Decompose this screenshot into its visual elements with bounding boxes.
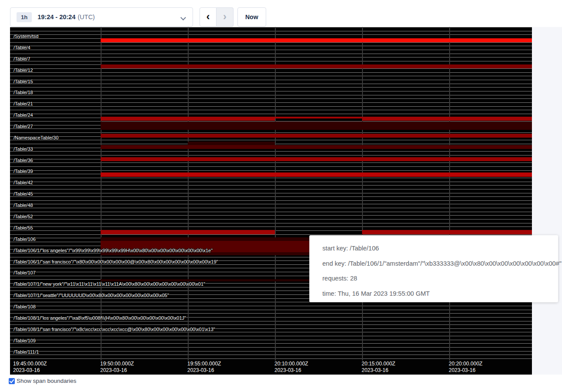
span-boundary-line <box>10 196 532 197</box>
span-boundary-line <box>10 185 532 186</box>
span-key-label: /Table/48 <box>14 203 33 208</box>
heat-band <box>362 117 532 121</box>
chevron-right-icon: › <box>223 11 227 22</box>
time-bucket-gridline <box>449 27 450 361</box>
span-boundary-line <box>10 102 532 103</box>
span-boundary-line <box>10 340 532 340</box>
span-boundary-line <box>10 61 532 61</box>
tooltip-line: time: Thu, 16 Mar 2023 19:55:00 GMT <box>322 286 554 301</box>
span-key-label: /Table/7 <box>14 56 30 61</box>
span-key-label: /Table/109 <box>14 338 36 343</box>
span-boundary-line <box>10 170 532 171</box>
key-visualizer-heatmap[interactable]: /System/tsd/Table/4/Table/7/Table/12/Tab… <box>10 27 532 375</box>
heat-band <box>101 38 532 42</box>
span-boundary-line <box>10 84 532 84</box>
span-key-label: /Table/4 <box>14 45 30 50</box>
span-key-label: /Table/52 <box>14 214 33 219</box>
span-boundary-line <box>10 347 532 348</box>
span-boundary-line <box>10 332 532 332</box>
time-axis-label: 20:15:00.000Z 2023-03-16 <box>362 361 395 374</box>
time-axis-label: 20:10:00.000Z 2023-03-16 <box>274 361 308 374</box>
heat-band <box>101 134 532 138</box>
span-boundary-line <box>10 321 532 321</box>
span-key-label: /Table/33 <box>14 146 33 152</box>
heat-band <box>188 142 275 145</box>
span-boundary-line <box>10 182 532 182</box>
span-boundary-line <box>10 155 532 155</box>
next-range-button[interactable]: › <box>217 7 234 27</box>
span-boundary-line <box>10 68 532 69</box>
span-key-label: /Table/108 <box>14 304 36 309</box>
span-key-label: /Table/27 <box>14 124 33 129</box>
time-bucket-gridline <box>188 27 189 361</box>
chevron-left-icon: ‹ <box>207 11 210 22</box>
heat-band <box>101 117 275 121</box>
span-boundary-line <box>10 193 532 193</box>
time-axis-label: 19:45:00.000Z 2023-03-16 <box>13 361 47 374</box>
span-boundary-line <box>10 351 532 351</box>
span-boundary-line <box>10 34 532 35</box>
time-axis-label: 19:50:00.000Z 2023-03-16 <box>100 361 134 374</box>
span-boundary-line <box>10 140 532 140</box>
span-boundary-line <box>10 358 532 359</box>
heat-band <box>101 157 532 161</box>
range-duration-badge: 1h <box>17 12 32 22</box>
span-boundary-line <box>10 166 532 167</box>
span-key-label: /Table/106 <box>14 237 36 242</box>
span-boundary-line <box>10 57 532 57</box>
show-span-boundaries-label: Show span boundaries <box>17 378 76 384</box>
heat-band <box>362 230 532 234</box>
span-boundary-line <box>10 310 532 310</box>
span-boundary-line <box>10 54 532 54</box>
span-boundary-line <box>10 324 532 325</box>
span-boundary-line <box>10 110 532 110</box>
span-boundary-line <box>10 76 532 76</box>
heat-band <box>101 64 532 68</box>
span-key-label: /Table/108/1/"los angeles"/"\xa8\xf5\u00… <box>14 315 186 321</box>
span-key-label: /Table/12 <box>14 68 33 73</box>
tooltip-line: start key: /Table/106 <box>322 241 554 256</box>
span-boundary-line <box>10 219 532 220</box>
time-bucket-gridline <box>101 27 102 361</box>
span-boundary-line <box>10 212 532 212</box>
span-key-label: /Table/55 <box>14 225 33 230</box>
time-nav-group: ‹ › <box>200 7 234 27</box>
span-boundary-line <box>10 162 532 163</box>
range-timezone-label: (UTC) <box>78 14 95 20</box>
bucket-tooltip: start key: /Table/106end key: /Table/106… <box>309 235 558 302</box>
span-key-label: /Table/24 <box>14 112 33 118</box>
span-key-label: /Table/15 <box>14 79 33 84</box>
span-key-label: /Table/39 <box>14 169 33 174</box>
span-key-label: /Table/18 <box>14 90 33 95</box>
key-visualizer-page: 1h 19:24 - 20:24 (UTC) ‹ › Now /System/t… <box>0 0 562 392</box>
span-boundary-line <box>10 215 532 216</box>
show-span-boundaries-checkbox[interactable] <box>9 378 15 384</box>
span-key-label: /Table/36 <box>14 158 33 163</box>
span-key-label: /Table/106/1/"los angeles"/"\x99\x99\x99… <box>14 248 213 253</box>
tooltip-line: end key: /Table/106/1/"amsterdam"/"\xb33… <box>322 256 554 271</box>
heat-band <box>101 122 532 130</box>
span-key-label: /NamespaceTable/30 <box>14 135 58 140</box>
heat-band <box>101 230 275 234</box>
time-range-selector[interactable]: 1h 19:24 - 20:24 (UTC) <box>10 7 193 27</box>
span-boundary-line <box>10 91 532 91</box>
span-boundary-line <box>10 46 532 46</box>
span-boundary-line <box>10 106 532 107</box>
span-boundary-line <box>10 226 532 227</box>
span-key-label: /Table/42 <box>14 180 33 185</box>
span-boundary-line <box>10 234 532 235</box>
span-boundary-line <box>10 95 532 95</box>
now-button[interactable]: Now <box>237 7 266 27</box>
span-boundary-line <box>10 114 532 114</box>
tooltip-line: requests: 28 <box>322 271 554 286</box>
span-boundary-line <box>10 27 532 27</box>
span-boundary-line <box>10 336 532 336</box>
span-key-label: /System/tsd <box>14 34 38 39</box>
span-key-label: /Table/21 <box>14 101 33 106</box>
span-boundary-line <box>10 355 532 355</box>
span-boundary-line <box>10 178 532 178</box>
span-key-label: /Table/111/1 <box>14 349 39 355</box>
span-key-label: /Table/107/1/"new york"/"\x11\x11\x11\x1… <box>14 281 205 287</box>
span-boundary-line <box>10 208 532 208</box>
prev-range-button[interactable]: ‹ <box>200 7 217 27</box>
